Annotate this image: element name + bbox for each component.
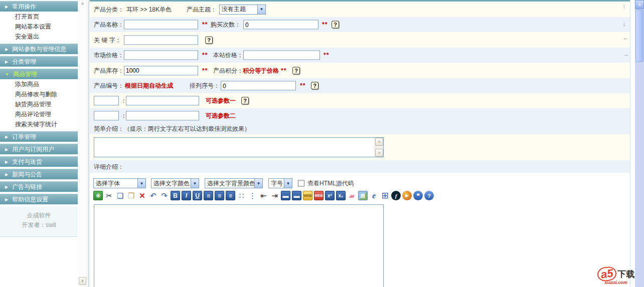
- sidebar-group-news[interactable]: ▶ 新闻与公告: [0, 169, 78, 179]
- eraser-icon[interactable]: ▰: [347, 191, 357, 200]
- sidebar-scrollbar[interactable]: ∧ ∨: [78, 0, 87, 287]
- indent-icon[interactable]: ⇥: [270, 191, 279, 200]
- comment-icon[interactable]: ❝: [413, 191, 423, 200]
- brief-textarea[interactable]: [94, 138, 374, 156]
- sidebar-footer: 企成软件 开发者：swit: [0, 206, 78, 237]
- sidebar-group-site-params[interactable]: ▶ 网站参数与管理信息: [0, 44, 78, 54]
- sidebar-item-safe-logout[interactable]: 安全退出: [0, 32, 78, 42]
- param1-name-input[interactable]: [94, 96, 119, 106]
- scroll-down-button[interactable]: ∨: [375, 149, 383, 157]
- sidebar-group-order-mgmt[interactable]: ▶ 订单管理: [0, 131, 78, 142]
- web-link-icon[interactable]: WEB: [303, 191, 312, 200]
- param2-note: 可选参数二: [206, 112, 236, 120]
- name-input[interactable]: [124, 20, 198, 30]
- font-size-select[interactable]: 字号 ▼: [268, 178, 292, 188]
- page-arrow-down-icon[interactable]: ↓: [622, 20, 626, 28]
- bold-icon[interactable]: B: [171, 191, 180, 200]
- horizontal-rule-icon[interactable]: ▬: [281, 191, 290, 200]
- sidebar-item-add-product[interactable]: 添加商品: [0, 79, 78, 89]
- sidebar-item-edit-delete-product[interactable]: 商品修改与删除: [0, 89, 78, 99]
- param2-value-input[interactable]: [126, 111, 199, 121]
- superscript-icon[interactable]: x²: [325, 191, 335, 200]
- scroll-up-button[interactable]: ∧: [635, 0, 644, 9]
- scroll-up-icon[interactable]: ∧: [78, 1, 87, 6]
- table-icon[interactable]: ⊞: [380, 191, 390, 200]
- browser-icon[interactable]: e: [369, 191, 379, 200]
- sidebar-item-open-homepage[interactable]: 打开首页: [0, 12, 78, 22]
- help-icon[interactable]: ?: [424, 191, 434, 200]
- help-button[interactable]: ?: [332, 21, 339, 29]
- vertical-divider: [88, 0, 89, 287]
- paste-icon[interactable]: ❐: [126, 191, 136, 200]
- scroll-down-button[interactable]: ∨: [79, 277, 86, 285]
- flash-icon[interactable]: f: [391, 191, 401, 200]
- site-price-label: 本站价格：: [213, 51, 243, 60]
- sidebar-group-label: 广告与链接: [12, 183, 42, 191]
- sidebar-item-product-comments[interactable]: 商品评论管理: [0, 109, 78, 119]
- delete-icon[interactable]: ✕: [137, 191, 147, 200]
- copy-icon[interactable]: ❏: [115, 191, 125, 200]
- numbered-list-icon[interactable]: ⋮: [248, 191, 257, 200]
- page-arrow-up-icon[interactable]: ↑: [622, 3, 626, 10]
- product-code-label: 产品编号：: [94, 82, 124, 90]
- sidebar-item-site-basic-settings[interactable]: 网站基本设置: [0, 22, 78, 32]
- cut-icon[interactable]: ✂: [104, 191, 114, 200]
- view-html-source-checkbox[interactable]: [298, 180, 304, 187]
- underline-icon[interactable]: U: [193, 191, 202, 200]
- align-center-icon[interactable]: ≡: [215, 191, 224, 200]
- chevron-right-icon: ▶: [5, 135, 8, 139]
- align-left-icon[interactable]: ≡: [204, 191, 213, 200]
- page-scrollbar[interactable]: ∧: [635, 0, 644, 287]
- theme-select[interactable]: 没有主题 ▼: [219, 5, 266, 15]
- market-price-input[interactable]: [124, 51, 198, 60]
- sidebar-group-ads-links[interactable]: ▶ 广告与链接: [0, 181, 78, 192]
- keywords-label: 关 键 字：: [94, 36, 121, 44]
- subscript-icon[interactable]: x₂: [336, 191, 346, 200]
- param2-name-input[interactable]: [94, 111, 119, 121]
- scrollbar-thumb[interactable]: [635, 10, 643, 62]
- bullet-list-icon[interactable]: ∷: [237, 191, 246, 200]
- sort-order-input[interactable]: [221, 81, 296, 91]
- insert-image-icon[interactable]: ▦: [358, 191, 368, 200]
- sidebar-item-out-of-stock[interactable]: 缺货商品管理: [0, 99, 78, 109]
- web-unlink-icon[interactable]: WEB: [314, 191, 324, 200]
- page-arrow-right-icon[interactable]: →: [622, 51, 629, 58]
- brand-text: 企成软件: [0, 211, 78, 220]
- market-price-label: 市场价格：: [94, 51, 124, 60]
- view-html-source-label: 查看HTML源代码: [307, 179, 354, 188]
- page-arrow-left-icon[interactable]: ←: [622, 34, 629, 42]
- help-button[interactable]: ?: [311, 82, 318, 90]
- help-button[interactable]: ?: [241, 97, 249, 105]
- sidebar-group-payment-shipping[interactable]: ▶ 支付与送货: [0, 156, 78, 167]
- sidebar-group-product-mgmt[interactable]: ▼ 商品管理: [0, 69, 78, 79]
- site-price-input[interactable]: [243, 51, 320, 60]
- sidebar-group-category-mgmt[interactable]: ▶ 分类管理: [0, 56, 78, 67]
- align-right-icon[interactable]: ≡: [226, 191, 235, 200]
- editor-canvas[interactable]: [94, 204, 384, 287]
- horizontal-rule-2-icon[interactable]: ▬: [292, 191, 301, 200]
- text-bgcolor-select[interactable]: 选择文字背景颜色 ▼: [205, 178, 263, 188]
- scroll-up-button[interactable]: ∧: [375, 138, 383, 146]
- required-mark: **: [324, 52, 329, 59]
- param1-value-input[interactable]: [126, 96, 199, 106]
- keywords-input[interactable]: [124, 35, 198, 45]
- help-button[interactable]: ?: [205, 36, 213, 44]
- help-button[interactable]: ?: [292, 67, 300, 74]
- font-select[interactable]: 选择字体 ▼: [93, 178, 146, 188]
- text-color-select[interactable]: 选择文字颜色 ▼: [151, 178, 199, 188]
- italic-icon[interactable]: I: [182, 191, 191, 200]
- buy-count-input[interactable]: [243, 20, 318, 30]
- sidebar-item-search-keyword-stats[interactable]: 搜索关键字统计: [0, 119, 78, 129]
- sidebar-group-users[interactable]: ▶ 用户与订阅用户: [0, 144, 78, 154]
- stock-input[interactable]: [124, 66, 198, 75]
- textarea-scrollbar[interactable]: ∧ ∨: [375, 138, 383, 157]
- redo-icon[interactable]: ↷: [159, 191, 169, 200]
- outdent-icon[interactable]: ⇤: [259, 191, 268, 200]
- undo-icon[interactable]: ↶: [148, 191, 158, 200]
- sidebar-group-help-info[interactable]: ▶ 帮助信息设置: [0, 194, 78, 204]
- sidebar-group-common-ops[interactable]: ▶ 常用操作: [0, 1, 78, 12]
- media-icon[interactable]: ▶: [402, 191, 412, 200]
- plugin-icon[interactable]: ❋: [93, 191, 103, 200]
- sort-order-label: 排列序号：: [190, 82, 220, 90]
- chevron-down-icon: ▼: [191, 179, 199, 188]
